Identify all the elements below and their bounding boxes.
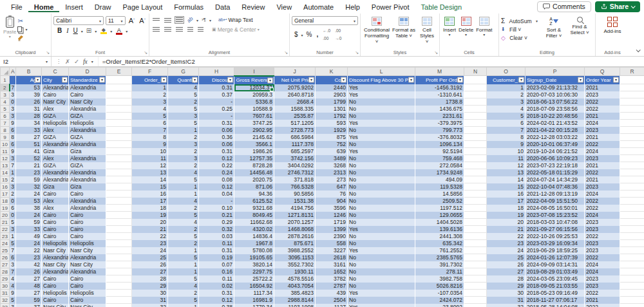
- cell-N14[interactable]: [464, 169, 487, 176]
- cell-O15[interactable]: 14: [487, 176, 526, 183]
- column-header-N[interactable]: N: [464, 68, 487, 76]
- cell-P20[interactable]: 2023-07-08 15:23:52: [526, 212, 585, 219]
- cell-C5[interactable]: Alex: [42, 106, 69, 113]
- row-header-32[interactable]: 32: [1, 297, 10, 304]
- cell-B12[interactable]: 52: [16, 155, 42, 162]
- cell-I22[interactable]: 4320.02: [234, 226, 274, 233]
- cell-D4[interactable]: Nasr City: [69, 98, 106, 106]
- cell-N1[interactable]: [464, 76, 487, 84]
- cell-H9[interactable]: 0.36: [199, 134, 234, 141]
- cell-P27[interactable]: 2024-09-09 03:14:31: [526, 261, 585, 268]
- cell-A29[interactable]: 4: [10, 275, 16, 283]
- cell-L9[interactable]: Yes: [348, 134, 415, 141]
- column-header-D[interactable]: D: [69, 68, 106, 76]
- cell-D3[interactable]: Cairo: [69, 91, 106, 98]
- cell-G33[interactable]: 1: [168, 304, 199, 307]
- decrease-decimal-button[interactable]: .00→0: [334, 27, 343, 42]
- cell-K15[interactable]: 273: [316, 176, 348, 183]
- cell-L11[interactable]: Yes: [348, 148, 415, 155]
- comma-style-button[interactable]: ,: [315, 31, 319, 39]
- cell-C10[interactable]: Alexandria: [42, 141, 69, 148]
- cell-G8[interactable]: 1: [168, 127, 199, 134]
- cell-L33[interactable]: Yes: [348, 304, 415, 307]
- cell-Q16[interactable]: 2023: [585, 183, 620, 191]
- cell-E8[interactable]: [106, 127, 132, 134]
- table-column-header-Q[interactable]: Order Year▾: [585, 76, 620, 84]
- cell-P25[interactable]: 2019-06-29 18:59:25: [526, 247, 585, 254]
- cell-G18[interactable]: 4: [168, 198, 199, 205]
- cell-L17[interactable]: No: [348, 191, 415, 198]
- table-column-header-J[interactable]: Net Unit Price▾: [274, 76, 316, 84]
- cell-B15[interactable]: 59: [16, 176, 42, 183]
- cell-O8[interactable]: 7: [487, 127, 526, 134]
- column-header-C[interactable]: C: [42, 68, 69, 76]
- percent-style-button[interactable]: %: [305, 31, 314, 39]
- column-header-R[interactable]: R: [620, 68, 644, 76]
- cell-F13[interactable]: 12: [132, 162, 168, 169]
- cell-G22[interactable]: 2: [168, 226, 199, 233]
- cell-L3[interactable]: Yes: [348, 91, 415, 98]
- cell-O28[interactable]: 27: [487, 268, 526, 275]
- cell-N12[interactable]: [464, 155, 487, 162]
- cell-O20[interactable]: 19: [487, 212, 526, 219]
- cell-I11[interactable]: 1986.26: [234, 148, 274, 155]
- delete-cells-button[interactable]: Delete ▾: [457, 16, 475, 38]
- cell-H21[interactable]: 0.29: [199, 219, 234, 226]
- cell-F31[interactable]: 30: [132, 290, 168, 297]
- cell-M12[interactable]: 759.468: [415, 155, 464, 162]
- cell-L27[interactable]: No: [348, 261, 415, 268]
- cell-C21[interactable]: Cairo: [42, 219, 69, 226]
- increase-font-size-button[interactable]: Aˆ: [128, 17, 137, 24]
- cell-E29[interactable]: [106, 275, 132, 283]
- row-header-14[interactable]: 14: [1, 169, 10, 176]
- cell-A13[interactable]: 7: [10, 162, 16, 169]
- cell-F6[interactable]: 5: [132, 113, 168, 120]
- accounting-format-button[interactable]: $: [293, 31, 299, 39]
- cell-N23[interactable]: [464, 233, 487, 240]
- cell-H32[interactable]: 0.12: [199, 297, 234, 304]
- cell-P31[interactable]: 2018-05-23 09:16:49: [526, 290, 585, 297]
- cell-L15[interactable]: No: [348, 176, 415, 183]
- cell-B24[interactable]: 24: [16, 240, 42, 247]
- cell-J23[interactable]: 2878.2616: [274, 233, 316, 240]
- cell-O24[interactable]: 23: [487, 240, 526, 247]
- cell-D24[interactable]: Heliopolis: [69, 240, 106, 247]
- row-header-10[interactable]: 10: [1, 141, 10, 148]
- cell-F24[interactable]: 23: [132, 240, 168, 247]
- row-header-1[interactable]: 1: [1, 76, 10, 84]
- cell-M25[interactable]: 761.2552: [415, 247, 464, 254]
- cell-R32[interactable]: [620, 297, 644, 304]
- row-header-15[interactable]: 15: [1, 176, 10, 183]
- cell-E30[interactable]: [106, 283, 132, 290]
- cell-C26[interactable]: Alexandria: [42, 254, 69, 261]
- row-header-27[interactable]: 27: [1, 261, 10, 268]
- cell-B27[interactable]: 42: [16, 261, 42, 268]
- cell-K19[interactable]: 3596: [316, 205, 348, 212]
- cell-R3[interactable]: [620, 91, 644, 98]
- cell-O17[interactable]: 16: [487, 191, 526, 198]
- cell-G17[interactable]: 1: [168, 191, 199, 198]
- table-column-header-L[interactable]: Discount Flag Above 30 Per▾: [348, 76, 415, 84]
- cell-P5[interactable]: 2018-07-09 23:58:56: [526, 106, 585, 113]
- cell-M4[interactable]: 1738.8: [415, 98, 464, 106]
- cell-E26[interactable]: [106, 254, 132, 261]
- cell-C11[interactable]: Giza: [42, 148, 69, 155]
- cell-D31[interactable]: Heliopolis: [69, 290, 106, 297]
- cell-B6[interactable]: 28: [16, 113, 42, 120]
- cell-K8[interactable]: 1929: [316, 127, 348, 134]
- comments-button[interactable]: Comments: [537, 1, 591, 12]
- cell-L26[interactable]: No: [348, 254, 415, 261]
- cell-M15[interactable]: 494.09: [415, 176, 464, 183]
- cell-Q4[interactable]: 2022: [585, 98, 620, 106]
- cell-J26[interactable]: 3095.1153: [274, 254, 316, 261]
- cell-P33[interactable]: 2018-05-28 14:04:08: [526, 304, 585, 307]
- column-header-O[interactable]: O: [487, 68, 526, 76]
- cell-P24[interactable]: 2023-03-29 16:09:34: [526, 240, 585, 247]
- cell-O18[interactable]: 17: [487, 198, 526, 205]
- table-column-header-D[interactable]: Standardize▾: [69, 76, 106, 84]
- cell-M8[interactable]: 799.773: [415, 127, 464, 134]
- cell-G24[interactable]: 2: [168, 240, 199, 247]
- cell-G9[interactable]: 2: [168, 134, 199, 141]
- cell-F25[interactable]: 24: [132, 247, 168, 254]
- cell-R33[interactable]: [620, 304, 644, 307]
